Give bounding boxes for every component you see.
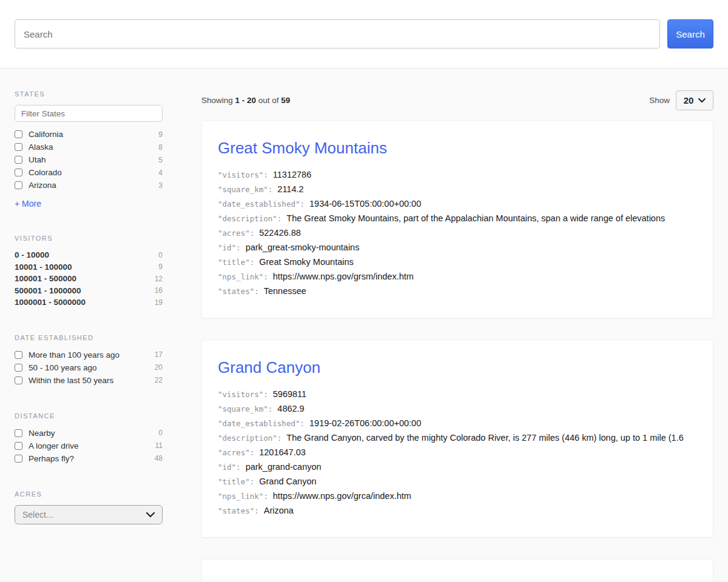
facet-count: 12	[155, 275, 163, 283]
checkbox-icon[interactable]	[15, 130, 22, 138]
facet-count: 11	[155, 441, 163, 450]
checkbox-icon[interactable]	[15, 455, 22, 463]
checkbox-icon[interactable]	[15, 442, 22, 450]
facet-count: 5	[158, 156, 163, 164]
states-more-link[interactable]: + More	[15, 199, 41, 209]
visitors-range-100001-500000[interactable]: 100001 - 500000 12	[15, 273, 163, 285]
results-total: 59	[281, 96, 290, 105]
results-range: 1 - 20	[235, 96, 257, 105]
chevron-down-icon	[146, 512, 155, 517]
result-title-link[interactable]: Grand Canyon	[218, 358, 697, 377]
facet-sidebar: STATES California 9 Alaska 8 Utah 5 Colo…	[15, 90, 163, 582]
facet-section-visitors: VISITORS 0 - 10000 0 10001 - 100000 9 10…	[15, 235, 163, 309]
facet-title-distance: DISTANCE	[15, 412, 163, 420]
field-description: "description": The Grand Canyon, carved …	[218, 433, 697, 447]
facet-option-more-than-100-years[interactable]: More than 100 years ago 17	[15, 349, 163, 361]
result-card: Grand Canyon "visitors": 5969811 "square…	[201, 340, 713, 538]
facet-option-colorado[interactable]: Colorado 4	[15, 166, 163, 179]
results-count-text: Showing 1 - 20 out of 59	[201, 96, 290, 105]
checkbox-icon[interactable]	[15, 181, 22, 189]
checkbox-icon[interactable]	[15, 169, 22, 176]
facet-count: 4	[158, 169, 163, 177]
facet-section-states: STATES California 9 Alaska 8 Utah 5 Colo…	[15, 90, 163, 209]
chevron-down-icon	[698, 98, 706, 102]
facet-option-perhaps-fly[interactable]: Perhaps fly? 48	[15, 452, 163, 465]
field-id: "id": park_great-smoky-mountains	[218, 242, 697, 257]
field-square-km: "square_km": 4862.9	[218, 404, 697, 418]
field-visitors: "visitors": 11312786	[218, 170, 697, 184]
result-card: Great Smoky Mountains "visitors": 113127…	[201, 120, 713, 318]
filter-states-input[interactable]	[15, 105, 163, 122]
facet-title-states: STATES	[15, 90, 163, 98]
visitors-range-0-10000[interactable]: 0 - 10000 0	[15, 249, 163, 261]
facet-count: 22	[155, 376, 163, 384]
field-nps-link: "nps_link": https://www.nps.gov/grca/ind…	[218, 491, 697, 506]
visitors-range-10001-100000[interactable]: 10001 - 100000 9	[15, 261, 163, 273]
facet-count: 9	[158, 263, 163, 271]
facet-section-distance: DISTANCE Nearby 0 A longer drive 11 Perh…	[15, 412, 163, 465]
checkbox-icon[interactable]	[15, 143, 22, 151]
result-card-partial	[201, 559, 713, 582]
content-area: STATES California 9 Alaska 8 Utah 5 Colo…	[0, 69, 728, 582]
field-date-established: "date_established": 1934-06-15T05:00:00+…	[218, 199, 697, 213]
search-input[interactable]	[15, 19, 660, 48]
facet-option-california[interactable]: California 9	[15, 128, 163, 141]
facet-count: 48	[155, 454, 163, 463]
facet-count: 0	[158, 429, 163, 437]
field-square-km: "square_km": 2114.2	[218, 184, 697, 199]
results-panel: Showing 1 - 20 out of 59 Show 20 Great S…	[201, 90, 713, 582]
field-date-established: "date_established": 1919-02-26T06:00:00+…	[218, 418, 697, 433]
facet-section-acres: ACRES Select...	[15, 490, 163, 524]
field-acres: "acres": 522426.88	[218, 228, 697, 242]
visitors-range-1000001-5000000[interactable]: 1000001 - 5000000 19	[15, 296, 163, 309]
field-nps-link: "nps_link": https://www.nps.gov/grsm/ind…	[218, 272, 697, 286]
facet-option-utah[interactable]: Utah 5	[15, 153, 163, 166]
facet-section-date-established: DATE ESTABLISHED More than 100 years ago…	[15, 334, 163, 387]
field-visitors: "visitors": 5969811	[218, 389, 697, 404]
facet-count: 19	[155, 298, 163, 307]
facet-count: 8	[158, 143, 163, 152]
results-header: Showing 1 - 20 out of 59 Show 20	[201, 90, 713, 110]
facet-count: 16	[155, 286, 163, 295]
checkbox-icon[interactable]	[15, 156, 22, 164]
acres-select[interactable]: Select...	[15, 505, 163, 524]
checkbox-icon[interactable]	[15, 376, 22, 384]
field-acres: "acres": 1201647.03	[218, 447, 697, 462]
search-bar: Search	[0, 0, 728, 69]
checkbox-icon[interactable]	[15, 429, 22, 437]
facet-title-visitors: VISITORS	[15, 235, 163, 242]
show-label: Show	[649, 96, 670, 105]
field-id: "id": park_grand-canyon	[218, 462, 697, 477]
page-size-select[interactable]: 20	[676, 90, 713, 110]
field-title: "title": Great Smoky Mountains	[218, 257, 697, 272]
facet-option-nearby[interactable]: Nearby 0	[15, 427, 163, 440]
facet-option-alaska[interactable]: Alaska 8	[15, 141, 163, 153]
field-states: "states": Arizona	[218, 506, 697, 520]
facet-count: 3	[158, 181, 163, 190]
facet-count: 20	[155, 363, 163, 372]
field-states: "states": Tennessee	[218, 286, 697, 301]
search-button[interactable]: Search	[667, 19, 713, 48]
facet-title-date-established: DATE ESTABLISHED	[15, 334, 163, 341]
visitors-range-500001-1000000[interactable]: 500001 - 1000000 16	[15, 285, 163, 297]
facet-option-50-100-years[interactable]: 50 - 100 years ago 20	[15, 361, 163, 374]
field-description: "description": The Great Smoky Mountains…	[218, 213, 697, 228]
facet-option-a-longer-drive[interactable]: A longer drive 11	[15, 440, 163, 452]
facet-option-arizona[interactable]: Arizona 3	[15, 179, 163, 192]
facet-count: 17	[155, 350, 163, 359]
field-title: "title": Grand Canyon	[218, 477, 697, 491]
facet-count: 0	[158, 251, 163, 259]
result-title-link[interactable]: Great Smoky Mountains	[218, 139, 697, 158]
facet-title-acres: ACRES	[15, 490, 163, 498]
checkbox-icon[interactable]	[15, 364, 22, 372]
facet-option-within-last-50-years[interactable]: Within the last 50 years 22	[15, 374, 163, 387]
checkbox-icon[interactable]	[15, 351, 22, 359]
facet-count: 9	[158, 130, 163, 139]
